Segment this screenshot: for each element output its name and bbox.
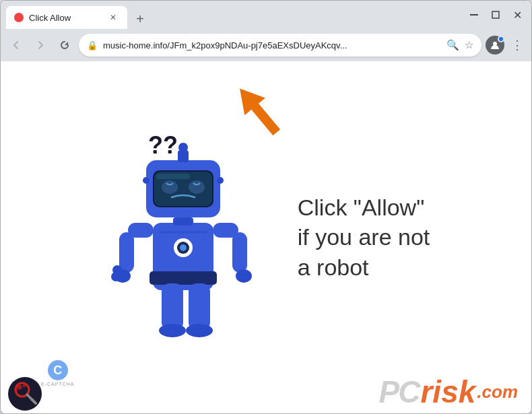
svg-rect-14 [173, 217, 193, 226]
svg-point-34 [8, 377, 42, 411]
ecap-icon: C [48, 360, 68, 380]
content-area: ?? [1, 103, 531, 372]
profile-button[interactable] [486, 36, 504, 55]
svg-rect-21 [119, 232, 134, 273]
tab-favicon [14, 13, 24, 22]
pcrisk-dotcom-text: .com [477, 382, 518, 403]
close-button[interactable]: ✕ [508, 6, 526, 24]
robot-svg: ?? [102, 116, 277, 359]
forward-button[interactable] [30, 35, 51, 55]
svg-rect-15 [149, 271, 217, 285]
svg-point-18 [180, 244, 187, 251]
svg-point-27 [236, 269, 252, 283]
svg-rect-0 [470, 14, 478, 15]
menu-button[interactable]: ⋮ [508, 38, 526, 53]
lock-icon: 🔒 [87, 40, 98, 50]
svg-point-33 [217, 177, 224, 184]
svg-rect-19 [160, 231, 207, 234]
svg-point-31 [186, 324, 213, 337]
pcrisk-risk-text: risk [420, 374, 475, 410]
svg-point-32 [143, 177, 149, 184]
svg-point-37 [23, 384, 26, 388]
navbar: 🔒 music-home.info/JFm_k2pox9pNDAu-pj7e5a… [1, 29, 531, 61]
pcrisk-pc-text: PC [379, 374, 420, 410]
browser-window: Click Allow ✕ + ✕ 🔒 music-home.in [0, 0, 532, 414]
tab-container: Click Allow ✕ + [6, 1, 150, 29]
svg-rect-29 [189, 283, 210, 331]
page-content: ?? [1, 61, 531, 413]
tab-close-button[interactable]: ✕ [107, 11, 119, 24]
robot-illustration: ?? [102, 116, 277, 359]
svg-rect-10 [156, 174, 190, 179]
svg-rect-28 [162, 283, 183, 331]
svg-point-36 [18, 385, 22, 390]
window-controls: ✕ [465, 6, 526, 24]
minimize-button[interactable] [465, 6, 483, 24]
captcha-line3: a robot [298, 252, 430, 282]
svg-point-11 [162, 180, 178, 194]
new-tab-button[interactable]: + [130, 9, 150, 29]
omnibox[interactable]: 🔒 music-home.info/JFm_k2pox9pNDAu-pj7e5a… [79, 34, 481, 57]
svg-point-7 [178, 143, 188, 152]
notification-badge [498, 36, 504, 42]
url-text: music-home.info/JFm_k2pox9pNDAu-pj7e5aEX… [103, 40, 441, 50]
back-button[interactable] [6, 35, 26, 55]
tab-title: Click Allow [29, 13, 102, 23]
titlebar: Click Allow ✕ + ✕ [1, 1, 531, 29]
svg-point-24 [111, 272, 121, 281]
maximize-button[interactable] [487, 6, 504, 24]
svg-text:??: ?? [148, 131, 178, 159]
search-icon[interactable]: 🔍 [446, 39, 459, 51]
active-tab[interactable]: Click Allow ✕ [6, 6, 127, 29]
captcha-line2: if you are not [298, 222, 430, 252]
search-badge [7, 376, 41, 410]
svg-rect-1 [492, 11, 499, 18]
bookmark-icon[interactable]: ☆ [465, 39, 473, 51]
svg-rect-26 [232, 232, 247, 273]
captcha-text: Click "Allow" if you are not a robot [298, 193, 430, 282]
svg-point-38 [15, 388, 18, 391]
svg-point-12 [189, 180, 205, 194]
captcha-line1: Click "Allow" [298, 193, 430, 222]
pcrisk-watermark: PC risk .com [379, 374, 518, 410]
ecaptcha-logo: C E-CAPTCHA [41, 360, 74, 386]
reload-button[interactable] [55, 35, 75, 55]
ecap-label: E-CAPTCHA [41, 382, 74, 386]
svg-point-30 [159, 324, 186, 337]
